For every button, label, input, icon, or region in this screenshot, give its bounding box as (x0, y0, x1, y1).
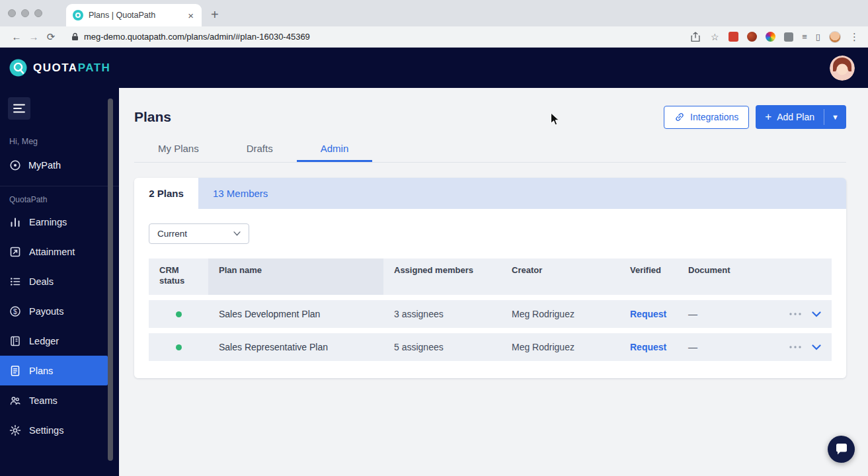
browser-tab[interactable]: Plans | QuotaPath × (66, 4, 202, 26)
integrations-button[interactable]: Integrations (664, 106, 749, 129)
add-plan-split-button: + Add Plan ▼ (756, 105, 846, 129)
quotapath-logo-icon (9, 59, 27, 77)
row-actions (760, 344, 832, 350)
row-expand-chevron-icon[interactable] (812, 344, 821, 350)
back-button[interactable]: ← (8, 31, 25, 42)
sidebar-item-label: Ledger (29, 336, 59, 346)
window-minimize-button[interactable] (21, 9, 29, 17)
sidebar-item-deals[interactable]: Deals (0, 266, 108, 296)
sidebar-item-payouts[interactable]: $ Payouts (0, 296, 108, 326)
plus-icon: + (765, 110, 771, 124)
sidebar-item-earnings[interactable]: Earnings (0, 207, 108, 237)
row-expand-chevron-icon[interactable] (812, 311, 821, 317)
tab-title: Plans | QuotaPath (89, 11, 181, 20)
sidebar-item-label: Plans (29, 366, 53, 376)
reading-list-icon[interactable]: ≡ (802, 32, 807, 42)
creator-cell: Meg Rodriguez (501, 342, 619, 352)
sidebar-section-label: QuotaPath (0, 186, 119, 207)
col-header-creator[interactable]: Creator (501, 258, 619, 295)
creator-cell: Meg Rodriguez (501, 309, 619, 319)
browser-profile-avatar[interactable] (829, 31, 841, 43)
plans-table: CRM status Plan name Assigned members Cr… (149, 258, 832, 361)
chat-bubble-icon (835, 443, 848, 456)
table-row[interactable]: Sales Development Plan 3 assignees Meg R… (149, 300, 832, 328)
hamburger-icon (13, 104, 25, 113)
side-panel-icon[interactable]: ▯ (816, 32, 820, 42)
card-tab-plans[interactable]: 2 Plans (134, 178, 198, 209)
tab-my-plans[interactable]: My Plans (134, 136, 223, 162)
browser-navbar: ← → ⟳ meg-demo.quotapath.com/plans/admin… (0, 26, 868, 48)
sidebar-item-label: Attainment (29, 247, 75, 257)
mouse-cursor (550, 112, 560, 126)
sidebar-item-ledger[interactable]: Ledger (0, 326, 108, 356)
sidebar-item-label: Payouts (29, 306, 63, 317)
sidebar-item-attainment[interactable]: Attainment (0, 237, 108, 266)
chat-widget-button[interactable] (828, 436, 855, 463)
main-content: Plans Integrations + Add Plan ▼ (119, 88, 868, 476)
sidebar-scrollbar-thumb[interactable] (108, 99, 113, 461)
plans-icon (9, 365, 21, 377)
forward-button[interactable]: → (25, 31, 42, 42)
browser-menu-icon[interactable]: ⋮ (849, 31, 860, 43)
row-menu-icon[interactable] (789, 313, 801, 315)
earnings-icon (9, 216, 21, 228)
teams-icon (9, 395, 21, 407)
filter-value: Current (157, 229, 187, 239)
verified-request-link[interactable]: Request (619, 342, 678, 352)
tab-close-icon[interactable]: × (186, 10, 195, 21)
table-row[interactable]: Sales Representative Plan 5 assignees Me… (149, 333, 832, 361)
new-tab-button[interactable]: + (211, 7, 219, 26)
card-tab-members-strip: 13 Members (198, 178, 846, 209)
reload-button[interactable]: ⟳ (42, 31, 59, 43)
card-tabs: 2 Plans 13 Members (134, 178, 846, 209)
verified-request-link[interactable]: Request (619, 309, 678, 319)
sidebar-item-label: Teams (29, 395, 58, 406)
status-dot-green (176, 311, 182, 317)
sidebar-item-plans[interactable]: Plans (0, 356, 108, 385)
col-header-crm-status[interactable]: CRM status (149, 258, 208, 295)
window-controls (0, 0, 49, 26)
plan-status-filter[interactable]: Current (149, 223, 249, 244)
sidebar: Hi, Meg MyPath QuotaPath Earnings Attain… (0, 88, 119, 476)
col-header-plan-name[interactable]: Plan name (208, 258, 383, 295)
sidebar-collapse-button[interactable] (8, 97, 30, 120)
sidebar-item-label: Deals (29, 276, 54, 287)
extension-ublock-icon[interactable] (747, 32, 757, 42)
omnibox[interactable]: meg-demo.quotapath.com/plans/admin/#plan… (71, 32, 690, 42)
browser-toolbar-right: ☆ ≡ ▯ ⋮ (690, 31, 860, 43)
extension-adblock-icon[interactable] (729, 32, 738, 42)
document-cell: — (678, 309, 760, 319)
caret-down-icon: ▼ (832, 113, 839, 121)
sidebar-item-mypath[interactable]: MyPath (0, 153, 119, 178)
link-icon (674, 112, 685, 122)
logo-wordmark: QUOTAPATH (33, 61, 110, 75)
extensions-puzzle-icon[interactable] (784, 32, 793, 42)
card-tab-members[interactable]: 13 Members (213, 188, 268, 199)
user-avatar[interactable] (830, 56, 855, 81)
app-header: QUOTAPATH (0, 48, 868, 88)
row-menu-icon[interactable] (789, 346, 801, 348)
crm-status-cell (149, 311, 208, 317)
col-header-verified[interactable]: Verified (619, 258, 678, 295)
add-plan-dropdown-button[interactable]: ▼ (824, 105, 846, 129)
plan-name-cell: Sales Representative Plan (208, 342, 383, 352)
add-plan-button[interactable]: + Add Plan (756, 105, 824, 129)
tab-drafts[interactable]: Drafts (223, 136, 297, 162)
window-maximize-button[interactable] (34, 9, 42, 17)
payouts-icon: $ (9, 305, 21, 317)
extension-colorful-icon[interactable] (766, 32, 775, 42)
window-close-button[interactable] (8, 9, 16, 17)
sidebar-item-label: Earnings (29, 217, 67, 227)
col-header-assigned-members[interactable]: Assigned members (383, 258, 501, 295)
sidebar-item-teams[interactable]: Teams (0, 385, 108, 415)
tab-admin[interactable]: Admin (297, 136, 373, 162)
lock-icon (71, 32, 79, 41)
col-header-document[interactable]: Document (678, 258, 760, 295)
bookmark-star-icon[interactable]: ☆ (709, 32, 720, 42)
plans-tabs: My Plans Drafts Admin (134, 136, 846, 163)
share-icon[interactable] (690, 32, 701, 42)
table-header-row: CRM status Plan name Assigned members Cr… (149, 258, 832, 295)
sidebar-item-settings[interactable]: Settings (0, 415, 108, 445)
integrations-label: Integrations (690, 112, 738, 122)
sidebar-item-label: MyPath (28, 160, 61, 171)
